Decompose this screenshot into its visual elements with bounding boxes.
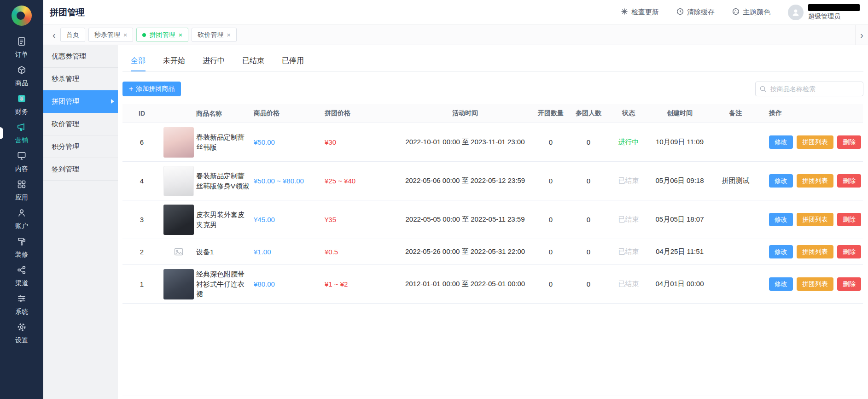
top-header: 拼团管理 检查更新 清除缓存 主题颜色: [43, 0, 868, 25]
cell-actions: 修改 拼团列表 删除: [762, 277, 863, 291]
group-list-button[interactable]: 拼团列表: [797, 277, 833, 291]
table-row: 6 春装新品定制蕾丝韩版 ¥50.00 ¥30 2022-10-01 00:00…: [122, 123, 863, 162]
groupbuy-table: ID 商品名称 商品价格 拼团价格 活动时间 开团数量 参团人数 状态 创建时间…: [122, 104, 863, 304]
sidebar-item-orders[interactable]: 订单: [0, 33, 43, 62]
sidebar-item-account[interactable]: 账户: [0, 205, 43, 233]
col-time: 活动时间: [398, 109, 532, 117]
clock-icon: [676, 8, 684, 17]
header-actions: 检查更新 清除缓存 主题颜色 超级管理员: [621, 4, 860, 21]
marketing-icon: [17, 122, 27, 134]
cell-join-count: 0: [570, 216, 607, 223]
group-list-button[interactable]: 拼团列表: [797, 245, 833, 258]
cell-group-price: ¥30: [325, 138, 398, 146]
submenu-item-bargain[interactable]: 砍价管理: [43, 113, 118, 135]
channel-icon: [17, 265, 27, 277]
theme-icon: [732, 8, 740, 17]
workspace: 优惠券管理 秒杀管理 拼团管理 砍价管理 积分管理 签到管理 全部 未开始 进行…: [43, 45, 868, 399]
cell-join-count: 0: [570, 138, 607, 146]
close-icon[interactable]: ×: [227, 31, 231, 38]
sidebar-item-label: 财务: [15, 108, 28, 116]
cell-name: 春装新品定制蕾丝韩版修身V领淑: [196, 171, 254, 191]
theme-color-button[interactable]: 主题颜色: [732, 8, 770, 17]
product-image: [163, 269, 194, 299]
tabs-scroll-right-icon[interactable]: ›: [855, 25, 868, 45]
cell-group-price: ¥0.5: [325, 248, 398, 256]
sidebar-item-channel[interactable]: 渠道: [0, 262, 43, 290]
edit-button[interactable]: 修改: [769, 174, 793, 188]
app-logo: [12, 6, 32, 26]
submenu-item-groupbuy[interactable]: 拼团管理: [43, 90, 118, 113]
filter-tab-ended[interactable]: 已结束: [242, 56, 264, 71]
cell-id: 2: [122, 248, 161, 256]
group-list-button[interactable]: 拼团列表: [797, 135, 833, 149]
filter-tab-disabled[interactable]: 已停用: [282, 56, 304, 71]
cell-created: 10月09日 11:09: [650, 138, 710, 147]
group-list-button[interactable]: 拼团列表: [797, 213, 833, 226]
cell-time: 2022-05-26 00:00 至 2022-05-31 22:00: [398, 247, 532, 256]
edit-button[interactable]: 修改: [769, 213, 793, 226]
tabs-scroll-left-icon[interactable]: ‹: [48, 30, 60, 40]
delete-button[interactable]: 删除: [837, 277, 861, 291]
product-image: [163, 205, 194, 235]
group-list-button[interactable]: 拼团列表: [797, 174, 833, 188]
user-menu[interactable]: 超级管理员: [788, 4, 860, 21]
system-icon: [17, 293, 27, 305]
cell-price: ¥80.00: [254, 280, 325, 288]
cell-price: ¥50.00: [254, 138, 325, 146]
sidebar-item-settings[interactable]: 设置: [0, 319, 43, 347]
col-open-count: 开团数量: [532, 109, 570, 117]
close-icon[interactable]: ×: [178, 31, 182, 38]
filter-tab-notstarted[interactable]: 未开始: [163, 56, 185, 71]
settings-icon: [17, 322, 27, 334]
sidebar-item-label: 系统: [15, 308, 28, 316]
cell-created: 05月06日 09:18: [650, 176, 710, 185]
user-meta: 超级管理员: [808, 4, 860, 21]
sidebar-item-marketing[interactable]: 营销: [0, 119, 43, 147]
page-tabs-bar: ‹ 首页 秒杀管理 × 拼团管理 × 砍价管理 × ›: [43, 25, 868, 45]
broken-image-icon: [174, 247, 184, 257]
search-input[interactable]: [755, 82, 863, 96]
clear-cache-button[interactable]: 清除缓存: [676, 8, 715, 17]
check-update-button[interactable]: 检查更新: [621, 8, 659, 17]
account-icon: [17, 208, 27, 220]
sidebar-item-decorate[interactable]: 装修: [0, 233, 43, 262]
col-remark: 备注: [710, 109, 762, 117]
sidebar-item-goods[interactable]: 商品: [0, 62, 43, 90]
delete-button[interactable]: 删除: [837, 135, 861, 149]
cell-actions: 修改 拼团列表 删除: [762, 245, 863, 258]
add-groupbuy-product-button[interactable]: + 添加拼团商品: [122, 82, 181, 96]
close-icon[interactable]: ×: [123, 31, 128, 38]
sidebar-item-finance[interactable]: ¥ 财务: [0, 90, 43, 119]
cell-join-count: 0: [570, 177, 607, 185]
col-price: 商品价格: [254, 109, 325, 117]
cell-group-price: ¥1 ~ ¥2: [325, 280, 398, 288]
delete-button[interactable]: 删除: [837, 213, 861, 226]
submenu-item-seckill[interactable]: 秒杀管理: [43, 68, 118, 90]
finance-icon: ¥: [17, 94, 27, 106]
filter-tab-running[interactable]: 进行中: [203, 56, 225, 71]
tab-home[interactable]: 首页: [60, 28, 85, 42]
delete-button[interactable]: 删除: [837, 245, 861, 258]
tab-seckill[interactable]: 秒杀管理 ×: [88, 28, 134, 42]
cell-name: 经典深色附腰带衬衫式牛仔连衣裙: [196, 269, 254, 299]
tab-bargain[interactable]: 砍价管理 ×: [192, 28, 237, 42]
submenu-item-points[interactable]: 积分管理: [43, 135, 118, 158]
submenu-item-signin[interactable]: 签到管理: [43, 158, 118, 181]
status-badge: 进行中: [607, 138, 650, 147]
sidebar-item-apps[interactable]: 应用: [0, 176, 43, 205]
submenu-item-coupon[interactable]: 优惠券管理: [43, 45, 118, 68]
delete-button[interactable]: 删除: [837, 174, 861, 188]
tab-groupbuy[interactable]: 拼团管理 ×: [136, 28, 188, 42]
cell-price: ¥50.00 ~ ¥80.00: [254, 177, 325, 185]
product-image: [163, 127, 194, 158]
edit-button[interactable]: 修改: [769, 135, 793, 149]
sidebar-item-content[interactable]: 内容: [0, 147, 43, 176]
edit-button[interactable]: 修改: [769, 277, 793, 291]
pagination-divider: [122, 395, 863, 395]
sidebar-item-system[interactable]: 系统: [0, 290, 43, 319]
status-badge: 已结束: [607, 176, 650, 185]
filter-tab-all[interactable]: 全部: [131, 56, 146, 71]
status-badge: 已结束: [607, 215, 650, 224]
sidebar-item-label: 账户: [15, 222, 28, 230]
edit-button[interactable]: 修改: [769, 245, 793, 258]
